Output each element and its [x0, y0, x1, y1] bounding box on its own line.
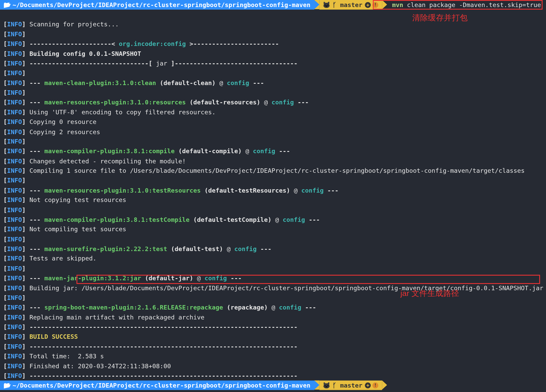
branch-icon [333, 0, 340, 10]
prompt-branch: master [340, 381, 363, 390]
github-icon [323, 0, 333, 10]
separator-arrow-icon [314, 381, 319, 390]
annotation-top: 清除缓存并打包 [412, 12, 468, 24]
shell-prompt-top[interactable]: ~/Documents/DevProject/IDEAProject/rc-cl… [0, 0, 546, 10]
folder-icon [3, 381, 13, 390]
prompt-path: ~/Documents/DevProject/IDEAProject/rc-cl… [13, 381, 310, 390]
separator-arrow-icon [382, 0, 387, 9]
prompt-branch: master [340, 0, 363, 10]
separator-arrow-icon [382, 381, 387, 390]
shell-prompt-bottom[interactable]: ~/Documents/DevProject/IDEAProject/rc-cl… [0, 381, 546, 390]
plus-status-icon: + [365, 382, 371, 388]
dirty-status-icon: ! [373, 382, 378, 388]
prompt-branch-segment: master+! [319, 381, 382, 390]
prompt-command[interactable]: mvn clean package -Dmaven.test.skip=true [387, 0, 541, 10]
prompt-path: ~/Documents/DevProject/IDEAProject/rc-cl… [13, 0, 310, 10]
separator-arrow-icon [314, 0, 319, 9]
build-success-label: BUILD SUCCESS [30, 333, 78, 340]
prompt-path-segment: ~/Documents/DevProject/IDEAProject/rc-cl… [0, 381, 314, 390]
prompt-path-segment: ~/Documents/DevProject/IDEAProject/rc-cl… [0, 0, 314, 10]
github-icon [323, 381, 333, 390]
prompt-branch-segment: master+! [319, 0, 382, 10]
annotation-jar: jar 文件生成路径 [400, 287, 459, 300]
branch-icon [333, 381, 340, 390]
jar-output-path: /Users/blade/Documents/DevProject/IDEAPr… [82, 284, 543, 291]
terminal-output[interactable]: [INFO] Scanning for projects... [INFO] [… [0, 10, 546, 381]
dirty-status-icon: ! [373, 2, 378, 8]
folder-icon [3, 0, 13, 10]
plus-status-icon: + [365, 2, 371, 8]
prompt-command-empty[interactable] [387, 381, 396, 390]
